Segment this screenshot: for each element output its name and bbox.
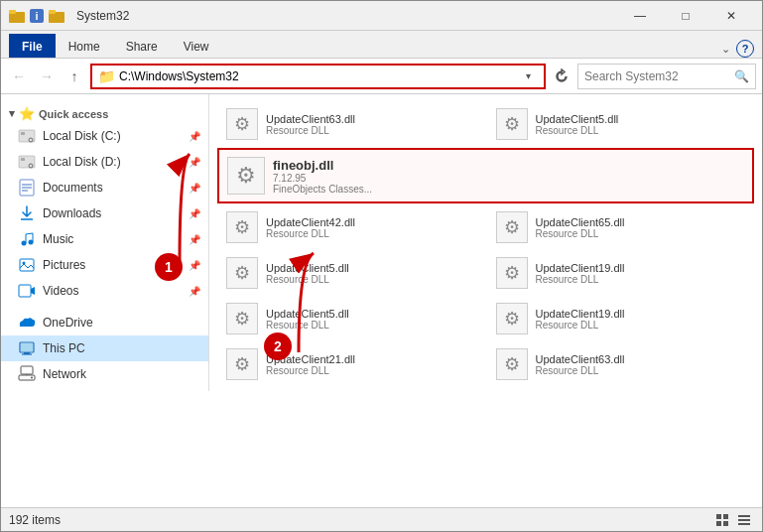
large-icons-view-icon [715, 513, 729, 527]
close-button[interactable]: ✕ [708, 1, 754, 31]
folder-title-icon [9, 8, 25, 24]
gear-icon-7: ⚙ [234, 262, 250, 284]
file-name-8: UpdateClient19.dll [536, 262, 748, 274]
sidebar-section-quick-access[interactable]: ▾ ⭐ Quick access [1, 98, 208, 123]
file-item-1[interactable]: ⚙ UpdateClient63.dll Resource DLL [217, 102, 485, 146]
info-title-icon: i [29, 8, 45, 24]
file-name-7: UpdateClient5.dll [266, 262, 478, 274]
tab-home[interactable]: Home [56, 34, 113, 58]
gear-icon-9: ⚙ [234, 308, 250, 330]
file-info-8: UpdateClient19.dll Resource DLL [536, 262, 748, 285]
tab-file[interactable]: File [9, 34, 56, 58]
tab-view[interactable]: View [171, 34, 222, 58]
sidebar-item-music[interactable]: Music 📌 [1, 226, 208, 252]
svg-rect-32 [716, 514, 721, 519]
file-item-10[interactable]: ⚙ UpdateClient19.dll Resource DLL [487, 297, 755, 340]
gear-icon-2: ⚙ [504, 113, 520, 135]
file-desc-8: Resource DLL [536, 274, 748, 285]
pin-dl-icon: 📌 [189, 208, 200, 219]
documents-icon [17, 178, 37, 198]
file-desc-6: Resource DLL [536, 228, 748, 239]
gear-icon-fineobj: ⚙ [236, 163, 256, 189]
file-item-7[interactable]: ⚙ UpdateClient5.dll Resource DLL [217, 251, 485, 295]
file-item-2[interactable]: ⚙ UpdateClient5.dll Resource DLL [487, 102, 755, 146]
documents-label: Documents [43, 181, 185, 195]
file-name-10: UpdateClient19.dll [536, 308, 748, 320]
file-icon-fineobj: ⚙ [225, 155, 267, 197]
help-icon[interactable]: ? [736, 40, 754, 58]
file-info-2: UpdateClient5.dll Resource DLL [536, 113, 748, 136]
ribbon-expand-icon[interactable]: ⌄ [721, 43, 730, 56]
file-desc-9: Resource DLL [266, 320, 478, 331]
file-item-11[interactable]: ⚙ UpdateClient21.dll Resource DLL [217, 342, 485, 386]
maximize-button[interactable]: □ [663, 1, 708, 31]
local-c-icon [17, 126, 37, 146]
up-button[interactable]: ↑ [63, 65, 86, 88]
file-name-1: UpdateClient63.dll [266, 113, 478, 125]
file-name-2: UpdateClient5.dll [536, 113, 748, 125]
gear-icon-12: ⚙ [504, 353, 520, 375]
sidebar-item-pictures[interactable]: Pictures 📌 [1, 252, 208, 278]
file-info-11: UpdateClient21.dll Resource DLL [266, 353, 478, 376]
file-icon-8: ⚙ [494, 255, 530, 291]
title-bar-icons: i [9, 8, 64, 24]
onedrive-label: OneDrive [43, 316, 200, 330]
network-label: Network [43, 367, 200, 381]
file-name-11: UpdateClient21.dll [266, 353, 478, 365]
search-button[interactable]: 🔍 [734, 69, 749, 83]
music-label: Music [43, 232, 185, 246]
file-icon-9: ⚙ [224, 301, 260, 336]
file-item-fineobj[interactable]: ⚙ fineobj.dll 7.12.95 FineObjects Classe… [217, 148, 754, 203]
forward-button[interactable]: → [35, 65, 59, 88]
pin-vids-icon: 📌 [189, 286, 200, 297]
file-info-7: UpdateClient5.dll Resource DLL [266, 262, 478, 285]
tab-share[interactable]: Share [113, 34, 171, 58]
file-area: ⚙ UpdateClient63.dll Resource DLL ⚙ [209, 94, 762, 507]
svg-rect-36 [738, 515, 750, 517]
sidebar-item-local-c[interactable]: Local Disk (C:) 📌 [1, 123, 208, 149]
pin-d-icon: 📌 [189, 157, 200, 168]
file-version-fineobj: 7.12.95 [273, 173, 746, 184]
svg-text:i: i [35, 10, 38, 22]
pictures-icon [17, 255, 37, 275]
downloads-label: Downloads [43, 206, 185, 220]
file-item-6[interactable]: ⚙ UpdateClient65.dll Resource DLL [487, 205, 755, 249]
large-icons-view-button[interactable] [712, 511, 732, 529]
gear-icon-11: ⚙ [234, 353, 250, 375]
file-icon-11: ⚙ [224, 346, 260, 382]
sidebar-item-this-pc[interactable]: This PC [1, 335, 208, 361]
file-item-9[interactable]: ⚙ UpdateClient5.dll Resource DLL [217, 297, 485, 340]
svg-rect-10 [21, 158, 25, 161]
sidebar-item-network[interactable]: Network [1, 361, 208, 387]
svg-rect-37 [738, 519, 750, 521]
file-item-12[interactable]: ⚙ UpdateClient63.dll Resource DLL [487, 342, 755, 386]
address-input[interactable] [119, 69, 518, 83]
sidebar-item-local-d[interactable]: Local Disk (D:) 📌 [1, 149, 208, 175]
details-view-icon [737, 513, 751, 527]
file-desc-10: Resource DLL [536, 320, 748, 331]
sidebar-item-videos[interactable]: Videos 📌 [1, 278, 208, 304]
sidebar-item-documents[interactable]: Documents 📌 [1, 175, 208, 200]
search-input[interactable] [584, 69, 734, 83]
details-view-button[interactable] [734, 511, 754, 529]
address-dropdown-button[interactable]: ▾ [518, 65, 538, 88]
minimize-button[interactable]: — [617, 1, 663, 31]
file-item-5[interactable]: ⚙ UpdateClient42.dll Resource DLL [217, 205, 485, 249]
svg-rect-5 [49, 10, 56, 14]
file-info-5: UpdateClient42.dll Resource DLL [266, 216, 478, 239]
refresh-button[interactable] [550, 65, 573, 88]
pin-docs-icon: 📌 [189, 183, 200, 194]
file-desc-1: Resource DLL [266, 125, 478, 136]
sidebar-item-downloads[interactable]: Downloads 📌 [1, 200, 208, 226]
gear-icon-1: ⚙ [234, 113, 250, 135]
file-item-8[interactable]: ⚙ UpdateClient19.dll Resource DLL [487, 251, 755, 295]
svg-rect-7 [21, 132, 25, 135]
videos-icon [17, 281, 37, 301]
back-button[interactable]: ← [7, 65, 31, 88]
view-buttons [712, 511, 754, 529]
file-icon-1: ⚙ [224, 106, 260, 142]
sidebar-item-onedrive[interactable]: OneDrive [1, 310, 208, 335]
pictures-label: Pictures [43, 258, 185, 272]
quick-access-icon: ⭐ [19, 106, 35, 121]
videos-label: Videos [43, 284, 185, 298]
